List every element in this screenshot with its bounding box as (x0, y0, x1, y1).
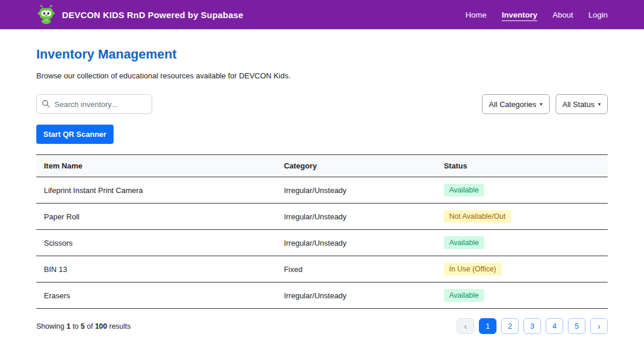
status-badge: Available (444, 289, 484, 302)
status-badge: Available (444, 236, 484, 249)
robot-logo-icon (36, 5, 56, 25)
toolbar: All Categories ▾ All Status ▾ (36, 94, 608, 114)
pagination-page-2[interactable]: 2 (501, 318, 519, 334)
item-name-cell: Lifeprint Instant Print Camera (36, 177, 276, 204)
pagination-next-button[interactable]: › (590, 318, 608, 334)
table-row: Lifeprint Instant Print Camera Irregular… (36, 177, 608, 204)
results-to: 5 (81, 322, 85, 330)
category-cell: Irregular/Unsteady (276, 283, 436, 309)
results-summary: Showing 1 to 5 of 100 results (36, 322, 131, 330)
results-to-label: to (73, 322, 78, 330)
results-results-label: results (109, 322, 131, 330)
pagination-page-1[interactable]: 1 (479, 318, 496, 334)
nav-login[interactable]: Login (588, 11, 608, 19)
search-input[interactable] (36, 94, 152, 114)
table-row: BIN 13 Fixed In Use (Office) (36, 256, 608, 283)
nav-links: Home Inventory About Login (465, 11, 608, 19)
pagination-page-3[interactable]: 3 (523, 318, 541, 334)
table-row: Erasers Irregular/Unsteady Available (36, 283, 608, 309)
pagination-page-5[interactable]: 5 (568, 318, 585, 334)
results-total: 100 (95, 322, 107, 330)
item-name-cell: Paper Roll (36, 204, 276, 230)
page-subtitle: Browse our collection of educational res… (36, 71, 608, 80)
category-cell: Irregular/Unsteady (276, 230, 436, 256)
column-header-category: Category (276, 155, 436, 177)
category-cell: Irregular/Unsteady (276, 177, 436, 204)
item-name-cell: Erasers (36, 283, 276, 309)
results-from: 1 (66, 322, 70, 330)
chevron-right-icon: › (598, 322, 601, 330)
pagination: ‹ 1 2 3 4 5 › (457, 318, 608, 334)
column-header-item-name: Item Name (36, 155, 276, 177)
brand[interactable]: DEVCON KIDS RnD Powered by Supabase (36, 5, 244, 25)
nav-about[interactable]: About (553, 11, 573, 19)
page-title: Inventory Management (36, 47, 608, 62)
table-row: Scissors Irregular/Unsteady Available (36, 230, 608, 256)
status-filter-label: All Status (563, 100, 595, 109)
pagination-page-4[interactable]: 4 (546, 318, 563, 334)
results-of-label: of (87, 322, 93, 330)
chevron-down-icon: ▾ (598, 102, 601, 107)
status-badge: In Use (Office) (444, 263, 501, 275)
table-header-row: Item Name Category Status (36, 155, 608, 177)
chevron-down-icon: ▾ (540, 102, 543, 107)
table-footer: Showing 1 to 5 of 100 results ‹ 1 2 3 4 … (36, 318, 608, 334)
item-name-cell: Scissors (36, 230, 276, 256)
chevron-left-icon: ‹ (464, 322, 467, 330)
pagination-prev-button[interactable]: ‹ (457, 318, 474, 334)
start-qr-scanner-button[interactable]: Start QR Scanner (36, 125, 114, 144)
categories-filter-label: All Categories (489, 100, 536, 109)
results-showing-label: Showing (36, 322, 64, 330)
category-cell: Fixed (276, 256, 436, 283)
main-content: Inventory Management Browse our collecti… (0, 47, 644, 334)
brand-title: DEVCON KIDS RnD Powered by Supabase (62, 10, 244, 20)
column-header-status: Status (436, 155, 608, 177)
item-name-cell: BIN 13 (36, 256, 276, 283)
filters: All Categories ▾ All Status ▾ (482, 94, 608, 114)
nav-home[interactable]: Home (465, 11, 487, 19)
categories-filter-dropdown[interactable]: All Categories ▾ (482, 94, 549, 114)
category-cell: Irregular/Unsteady (276, 204, 436, 230)
navbar: DEVCON KIDS RnD Powered by Supabase Home… (0, 0, 644, 29)
inventory-table: Item Name Category Status Lifeprint Inst… (36, 154, 608, 309)
table-row: Paper Roll Irregular/Unsteady Not Availa… (36, 204, 608, 230)
status-badge: Available (444, 184, 484, 197)
status-badge: Not Available/Out (444, 210, 511, 223)
status-filter-dropdown[interactable]: All Status ▾ (556, 94, 608, 114)
search-box (36, 94, 152, 114)
search-icon (42, 99, 50, 111)
nav-inventory[interactable]: Inventory (502, 11, 537, 19)
